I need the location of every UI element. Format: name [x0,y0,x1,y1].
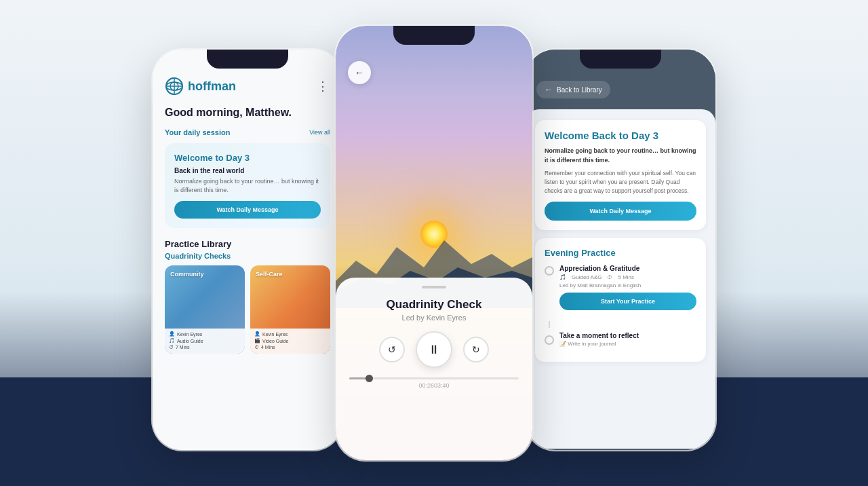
player-title: Quadrinity Check [387,298,482,312]
clock-icon-2: ⏱ [254,345,259,350]
phone-home: hoffman ⋮ Good morning, Matthew. Your da… [153,50,342,450]
selfcare-card-info: 👤 Kevin Eyres 🎬 Video Guide ⏱ 4 Mins [250,329,330,354]
journal-icon: 📝 [559,341,566,347]
practice-meta-1: 🎵 Guided A&G ⏱ 5 Mins [559,274,696,280]
selfcare-type: Video Guide [262,339,288,343]
practice-author-1: Led by Matt Brannagan in English [559,282,696,288]
community-card[interactable]: Community 👤 Kevin Eyres 🎵 Audio Guide ⏱ [165,265,245,354]
player-subtitle: Led by Kevin Eyres [402,314,467,322]
player-back-button[interactable]: ← [348,61,371,84]
day3-screen: ← Back to Library Welcome Back to Day 3 … [526,50,715,450]
day3-content: Welcome Back to Day 3 Normalize going ba… [526,109,715,449]
hoffman-logo: hoffman [165,77,236,96]
daily-section-title: Your daily session [165,128,230,136]
start-practice-btn[interactable]: Start Your Practice [559,293,696,310]
person-icon-2: 👤 [254,331,260,337]
back-arrow-icon: ← [545,85,553,94]
community-duration-row: ⏱ 7 Mins [169,345,241,350]
selfcare-duration-row: ⏱ 4 Mins [254,345,326,350]
home-header: hoffman ⋮ [165,77,330,96]
community-author-row: 👤 Kevin Eyres [169,331,241,337]
watch-daily-msg-btn-3[interactable]: Watch Daily Message [545,202,696,221]
selfcare-card[interactable]: Self-Care 👤 Kevin Eyres 🎬 Video Guide ⏱ [250,265,330,354]
selfcare-card-label: Self-Care [250,265,330,278]
reflect-name: Take a moment to reflect [559,332,696,339]
total-time: 03:40 [434,382,450,389]
day-card-title: Welcome to Day 3 [174,153,321,163]
progress-fill [349,377,370,379]
player-back-icon: ← [355,67,364,78]
practice-circle-1 [545,266,554,276]
practice-name-1: Appreciation & Gratitude [559,265,696,272]
phones-container: hoffman ⋮ Good morning, Matthew. Your da… [153,26,715,460]
phone-player: ← Quadrinity Check Led by Kevin Eyres ↺ … [336,26,532,460]
welcome-back-title: Welcome Back to Day 3 [545,130,696,141]
forward-button[interactable]: ↻ [463,337,489,362]
community-type: Audio Guide [177,339,203,343]
forward-icon: ↻ [472,344,480,355]
welcome-card-main-text: Normalize going back to your routine… bu… [545,147,696,165]
practice-item-2: Take a moment to reflect 📝 Write in your… [545,332,696,347]
watch-daily-message-btn[interactable]: Watch Daily Message [174,201,321,219]
pause-button[interactable]: ⏸ [416,331,452,368]
practice-cards-row: Community 👤 Kevin Eyres 🎵 Audio Guide ⏱ [165,265,330,354]
view-all-link[interactable]: View all [309,129,330,136]
community-card-info: 👤 Kevin Eyres 🎵 Audio Guide ⏱ 7 Mins [165,329,245,354]
welcome-card-subtext: Remember your connection with your spiri… [545,169,696,195]
selfcare-type-row: 🎬 Video Guide [254,338,326,343]
current-time: 00:26 [418,382,434,389]
daily-section-header: Your daily session View all [165,128,330,136]
pause-icon: ⏸ [428,343,440,357]
community-type-row: 🎵 Audio Guide [169,338,241,343]
reflect-type: Write in your journal [568,341,616,347]
back-to-library-btn[interactable]: ← Back to Library [536,81,610,98]
practice-duration-1: 5 Mins [618,274,634,280]
player-bottom-panel: Quadrinity Check Led by Kevin Eyres ↺ ⏸ … [336,278,532,460]
logo-text: hoffman [188,79,236,94]
community-card-label: Community [165,265,245,278]
player-screen: ← Quadrinity Check Led by Kevin Eyres ↺ … [336,26,532,460]
community-duration: 7 Mins [176,345,190,350]
notch-3 [580,50,661,69]
progress-bar [349,377,519,379]
practice-item-1: Appreciation & Gratitude 🎵 Guided A&G ⏱ … [545,265,696,316]
practice-circle-2 [545,335,554,345]
video-icon: 🎬 [254,338,260,343]
notch-2 [393,26,475,45]
hoffman-logo-icon [165,77,184,96]
practice-info-1: Appreciation & Gratitude 🎵 Guided A&G ⏱ … [559,265,696,316]
selfcare-author: Kevin Eyres [262,332,288,337]
rewind-button[interactable]: ↺ [379,337,405,362]
selfcare-duration: 4 Mins [261,345,275,350]
practice-library-title: Practice Library [165,239,330,249]
menu-icon[interactable]: ⋮ [317,79,330,94]
practice-type-icon-1: 🎵 [559,274,566,280]
progress-thumb [366,375,373,382]
evening-practice-title: Evening Practice [545,248,696,258]
quadrinity-section-title: Quadrinity Checks [165,252,330,260]
community-author: Kevin Eyres [177,332,202,337]
back-to-library-label: Back to Library [557,86,602,94]
clock-icon-1: ⏱ [169,345,174,350]
drag-handle [422,286,446,288]
audio-icon: 🎵 [169,338,175,343]
clock-icon-p1: ⏱ [607,274,612,280]
evening-practice-card: Evening Practice Appreciation & Gratitud… [535,238,706,362]
practice-info-2: Take a moment to reflect 📝 Write in your… [559,332,696,347]
greeting-text: Good morning, Matthew. [165,107,330,119]
day-card-subtitle: Back in the real world [174,167,321,174]
day-card-text: Normalize going back to your routine… bu… [174,177,321,194]
home-screen: hoffman ⋮ Good morning, Matthew. Your da… [153,50,342,450]
practice-type-1: Guided A&G [572,274,601,280]
player-progress[interactable] [349,377,519,379]
phone-day3: ← Back to Library Welcome Back to Day 3 … [526,50,715,450]
player-background: ← Quadrinity Check Led by Kevin Eyres ↺ … [336,26,532,460]
progress-times: 00:26 03:40 [418,382,449,389]
rewind-icon: ↺ [388,344,396,355]
notch-1 [207,50,288,69]
player-controls: ↺ ⏸ ↻ [379,331,489,368]
day-card: Welcome to Day 3 Back in the real world … [165,143,330,228]
welcome-back-card: Welcome Back to Day 3 Normalize going ba… [535,120,706,230]
person-icon: 👤 [169,331,175,337]
selfcare-author-row: 👤 Kevin Eyres [254,331,326,337]
